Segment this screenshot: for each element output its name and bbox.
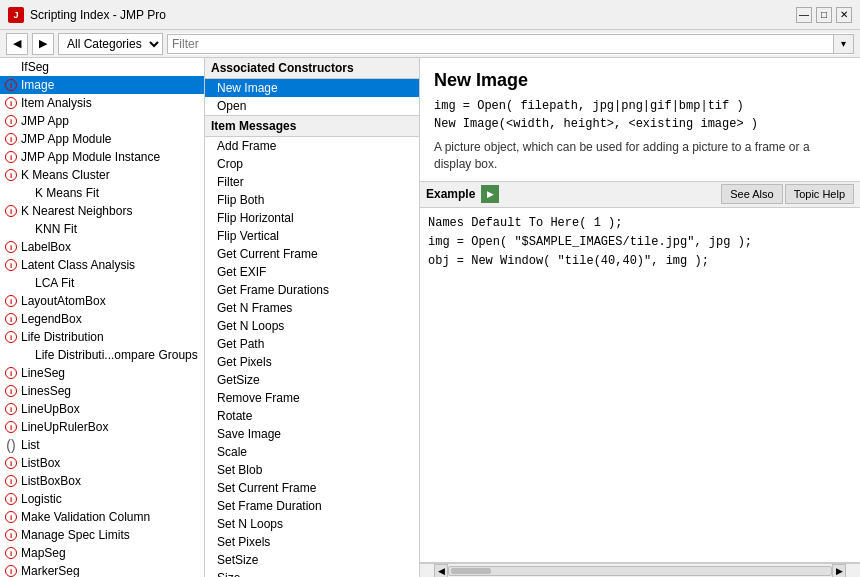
window-controls[interactable]: — □ ✕ xyxy=(796,7,852,23)
forward-button[interactable]: ▶ xyxy=(32,33,54,55)
left-list-item[interactable]: iMapSeg xyxy=(0,544,204,562)
message-item[interactable]: GetSize xyxy=(205,371,419,389)
message-item[interactable]: Get Path xyxy=(205,335,419,353)
left-list-item[interactable]: IfSeg xyxy=(0,58,204,76)
message-item[interactable]: Get Frame Durations xyxy=(205,281,419,299)
message-item[interactable]: Get N Frames xyxy=(205,299,419,317)
left-list-item[interactable]: LCA Fit xyxy=(0,274,204,292)
left-list-item-label: Make Validation Column xyxy=(21,510,150,524)
left-list-item[interactable]: iJMP App Module xyxy=(0,130,204,148)
left-list-item[interactable]: iLineUpRulerBox xyxy=(0,418,204,436)
message-item[interactable]: Set Current Frame xyxy=(205,479,419,497)
message-item[interactable]: Add Frame xyxy=(205,137,419,155)
left-list-item[interactable]: iJMP App Module Instance xyxy=(0,148,204,166)
message-item[interactable]: Get N Loops xyxy=(205,317,419,335)
window-title: Scripting Index - JMP Pro xyxy=(30,8,166,22)
scroll-thumb-horizontal[interactable] xyxy=(451,568,491,574)
code-line-1: img = Open( filepath, jpg|png|gif|bmp|ti… xyxy=(434,97,846,115)
message-item[interactable]: Get Current Frame xyxy=(205,245,419,263)
scroll-track-horizontal[interactable] xyxy=(448,566,832,576)
message-item[interactable]: Set Frame Duration xyxy=(205,497,419,515)
left-list-item[interactable]: iListBoxBox xyxy=(0,472,204,490)
message-item[interactable]: Save Image xyxy=(205,425,419,443)
left-list-item[interactable]: iLinesSeg xyxy=(0,382,204,400)
constructor-item[interactable]: New Image xyxy=(205,79,419,97)
left-list-item[interactable]: iK Means Cluster xyxy=(0,166,204,184)
scroll-right-button[interactable]: ▶ xyxy=(832,564,846,578)
filter-input[interactable] xyxy=(167,34,834,54)
left-list-item[interactable]: iLayoutAtomBox xyxy=(0,292,204,310)
message-item[interactable]: Flip Vertical xyxy=(205,227,419,245)
left-list-item[interactable]: iJMP App xyxy=(0,112,204,130)
back-button[interactable]: ◀ xyxy=(6,33,28,55)
left-list-item-label: JMP App xyxy=(21,114,69,128)
horizontal-scrollbar[interactable]: ◀ ▶ xyxy=(420,563,860,577)
message-item[interactable]: Crop xyxy=(205,155,419,173)
left-list-item-label: Latent Class Analysis xyxy=(21,258,135,272)
constructor-item[interactable]: Open xyxy=(205,97,419,115)
message-item[interactable]: Set Pixels xyxy=(205,533,419,551)
left-list-item[interactable]: KNN Fit xyxy=(0,220,204,238)
message-item[interactable]: Scale xyxy=(205,443,419,461)
left-list-item[interactable]: iItem Analysis xyxy=(0,94,204,112)
paren-icon: () xyxy=(4,438,18,452)
left-list-item-label: LineSeg xyxy=(21,366,65,380)
message-item[interactable]: Set Blob xyxy=(205,461,419,479)
circle-i-icon: i xyxy=(4,330,18,344)
message-item[interactable]: Flip Both xyxy=(205,191,419,209)
left-list-item-label: KNN Fit xyxy=(35,222,77,236)
circle-i-icon: i xyxy=(4,204,18,218)
left-list-item[interactable]: iLineSeg xyxy=(0,364,204,382)
see-also-tab[interactable]: See Also xyxy=(721,184,782,204)
code-line: Names Default To Here( 1 ); xyxy=(428,214,852,233)
left-list-item[interactable]: iLabelBox xyxy=(0,238,204,256)
no-icon xyxy=(4,60,18,74)
left-list-item[interactable]: iMarkerSeg xyxy=(0,562,204,577)
left-list-item[interactable]: iManage Spec Limits xyxy=(0,526,204,544)
left-list-item[interactable]: iMake Validation Column xyxy=(0,508,204,526)
left-list-item[interactable]: K Means Fit xyxy=(0,184,204,202)
filter-search-button[interactable]: ▾ xyxy=(834,34,854,54)
left-list-item[interactable]: iLife Distribution xyxy=(0,328,204,346)
left-list-item[interactable]: iLogistic xyxy=(0,490,204,508)
circle-i-icon: i xyxy=(4,420,18,434)
circle-i-icon: i xyxy=(4,402,18,416)
message-item[interactable]: Get Pixels xyxy=(205,353,419,371)
message-item[interactable]: Rotate xyxy=(205,407,419,425)
minimize-button[interactable]: — xyxy=(796,7,812,23)
left-list-item-label: ListBoxBox xyxy=(21,474,81,488)
circle-i-icon: i xyxy=(4,546,18,560)
left-list-item-label: List xyxy=(21,438,40,452)
circle-i-icon: i xyxy=(4,168,18,182)
left-list-item[interactable]: iLatent Class Analysis xyxy=(0,256,204,274)
circle-i-icon: i xyxy=(4,132,18,146)
left-list-item[interactable]: ()List xyxy=(0,436,204,454)
example-play-button[interactable]: ▶ xyxy=(481,185,499,203)
topic-help-tab[interactable]: Topic Help xyxy=(785,184,854,204)
left-list-item[interactable]: iK Nearest Neighbors xyxy=(0,202,204,220)
message-item[interactable]: Get EXIF xyxy=(205,263,419,281)
left-list-item-label: K Means Fit xyxy=(35,186,99,200)
close-button[interactable]: ✕ xyxy=(836,7,852,23)
code-line: obj = New Window( "tile(40,40)", img ); xyxy=(428,252,852,271)
left-list-item-label: LineUpBox xyxy=(21,402,80,416)
left-list-item[interactable]: Life Distributi...ompare Groups xyxy=(0,346,204,364)
categories-select[interactable]: All Categories xyxy=(58,33,163,55)
left-list-item[interactable]: iLegendBox xyxy=(0,310,204,328)
left-list-item-label: LineUpRulerBox xyxy=(21,420,108,434)
message-item[interactable]: Set N Loops xyxy=(205,515,419,533)
message-item[interactable]: Filter xyxy=(205,173,419,191)
left-list-item-label: JMP App Module Instance xyxy=(21,150,160,164)
left-list-item[interactable]: iListBox xyxy=(0,454,204,472)
scroll-left-button[interactable]: ◀ xyxy=(434,564,448,578)
no-icon xyxy=(18,222,32,236)
message-item[interactable]: SetSize xyxy=(205,551,419,569)
title-bar-left: J Scripting Index - JMP Pro xyxy=(8,7,166,23)
message-item[interactable]: Size xyxy=(205,569,419,577)
left-list-item[interactable]: iImage xyxy=(0,76,204,94)
left-list-item-label: JMP App Module xyxy=(21,132,112,146)
message-item[interactable]: Flip Horizontal xyxy=(205,209,419,227)
message-item[interactable]: Remove Frame xyxy=(205,389,419,407)
maximize-button[interactable]: □ xyxy=(816,7,832,23)
left-list-item[interactable]: iLineUpBox xyxy=(0,400,204,418)
